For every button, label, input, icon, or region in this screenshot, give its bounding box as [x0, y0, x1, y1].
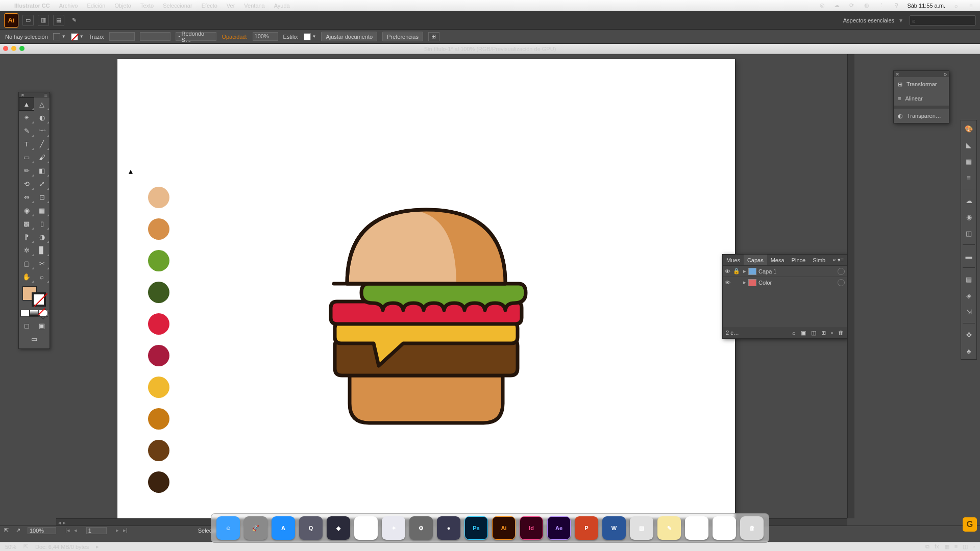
- hand-tool[interactable]: ✋: [19, 270, 34, 283]
- align-icon[interactable]: ⊞: [428, 32, 439, 41]
- style-control[interactable]: ▼: [304, 33, 316, 40]
- layer-row[interactable]: 👁 ▸ Color: [723, 277, 847, 288]
- bridge-icon[interactable]: ▭: [22, 15, 34, 26]
- panel-menu-icon[interactable]: « ▾≡: [829, 255, 847, 265]
- dock-blank[interactable]: [713, 516, 736, 540]
- appearance-panel-icon[interactable]: ◉: [964, 212, 974, 222]
- lock-toggle[interactable]: 🔒: [732, 268, 741, 274]
- dock-preview[interactable]: ▧: [630, 516, 653, 540]
- close-window-icon[interactable]: [3, 46, 8, 51]
- layer-name[interactable]: Capa 1: [758, 268, 776, 274]
- document-tab[interactable]: Sin título-1* al 100% (RGB/Previsualizac…: [0, 44, 980, 54]
- dock-aftereffects[interactable]: Ae: [547, 516, 571, 540]
- dock-wps[interactable]: W: [685, 516, 708, 540]
- eraser-tool[interactable]: ◧: [34, 164, 50, 177]
- dock-quicktime[interactable]: Q: [299, 516, 323, 540]
- link-icon[interactable]: ⧉: [925, 543, 929, 550]
- type-tool[interactable]: T: [19, 137, 34, 151]
- screen-mode[interactable]: ▣: [34, 319, 50, 332]
- symbol-sprayer-tool[interactable]: ✲: [19, 243, 34, 257]
- dock-filmora[interactable]: ◆: [327, 516, 350, 540]
- tab-muestras[interactable]: Mues: [723, 255, 744, 265]
- dock-trash[interactable]: 🗑: [740, 516, 764, 540]
- dock-settings[interactable]: ⚙: [409, 516, 433, 540]
- menu-icon[interactable]: ≡: [967, 2, 975, 9]
- rectangle-tool[interactable]: ▭: [19, 151, 34, 164]
- graphic-styles-panel-icon[interactable]: ◫: [964, 228, 974, 238]
- tab-mesa[interactable]: Mesa: [767, 255, 788, 265]
- visibility-toggle[interactable]: 👁: [723, 280, 732, 286]
- share-icon[interactable]: ↗: [16, 527, 20, 534]
- dock-launchpad[interactable]: 🚀: [244, 516, 267, 540]
- zoom-tool[interactable]: ⌕: [34, 270, 50, 283]
- burger-illustration[interactable]: [322, 207, 531, 427]
- expand-icon[interactable]: ⇱: [23, 543, 28, 550]
- graph-tool[interactable]: ▊: [34, 243, 50, 257]
- slice-tool[interactable]: ✂: [34, 257, 50, 270]
- stroke-panel-icon[interactable]: ≡: [964, 172, 974, 183]
- dock-finder[interactable]: ☺: [216, 516, 240, 540]
- delete-layer-icon[interactable]: 🗑: [838, 330, 844, 336]
- workspace-switcher[interactable]: Aspectos esenciales: [839, 16, 904, 25]
- menu-ventana[interactable]: Ventana: [244, 3, 264, 9]
- dock-indesign[interactable]: Id: [520, 516, 543, 540]
- brush-dropdown[interactable]: • Redondo S…: [176, 32, 216, 41]
- expand-toggle[interactable]: ▸: [741, 268, 748, 274]
- artboard-tool[interactable]: ▢: [19, 257, 34, 270]
- opacity-label[interactable]: Opacidad:: [222, 34, 247, 40]
- search-input[interactable]: ⌕: [910, 15, 976, 26]
- clock[interactable]: Sáb 11:55 a.m.: [907, 3, 945, 9]
- selection-tool[interactable]: ▲: [19, 97, 34, 111]
- palette-dot[interactable]: [148, 187, 169, 208]
- stroke-profile-dropdown[interactable]: [140, 32, 170, 41]
- visibility-toggle[interactable]: 👁: [723, 268, 732, 274]
- panel-header[interactable]: ×»: [894, 71, 949, 77]
- minimize-window-icon[interactable]: [11, 46, 16, 51]
- flyout-icon[interactable]: ▸: [96, 543, 99, 550]
- dock-appstore[interactable]: A: [272, 516, 295, 540]
- wifi-icon[interactable]: ⚲: [892, 2, 900, 9]
- transform-panel-button[interactable]: ⊞Transformar: [894, 77, 949, 91]
- vertical-scrollbar[interactable]: [847, 54, 854, 518]
- gradient-tool[interactable]: ▯: [34, 217, 50, 230]
- layer-target[interactable]: [838, 268, 845, 275]
- asset-export-panel-icon[interactable]: ⇲: [964, 307, 974, 317]
- panel-grip[interactable]: ×≡: [19, 92, 50, 97]
- menu-archivo[interactable]: Archivo: [59, 3, 78, 9]
- export-icon[interactable]: ⇱: [4, 527, 9, 534]
- links-panel-icon[interactable]: ♣: [964, 346, 974, 356]
- draw-mode[interactable]: ◻: [19, 319, 34, 332]
- layer-row[interactable]: 👁🔒 ▸ Capa 1: [723, 266, 847, 277]
- perspective-tool[interactable]: ▦: [34, 204, 50, 217]
- magic-wand-tool[interactable]: ✴: [19, 111, 34, 124]
- shape-builder-tool[interactable]: ◉: [19, 204, 34, 217]
- new-layer-icon[interactable]: ▫: [831, 330, 833, 336]
- artboard-nav[interactable]: ▸▸|: [114, 527, 130, 534]
- palette-dot[interactable]: [148, 377, 169, 398]
- scale-tool[interactable]: ⤢: [34, 177, 50, 190]
- dock-photoshop[interactable]: Ps: [464, 516, 488, 540]
- paintbrush-tool[interactable]: 🖌: [34, 151, 50, 164]
- layers-panel-icon[interactable]: ▤: [964, 274, 974, 284]
- tab-capas[interactable]: Capas: [744, 255, 767, 265]
- transparency-panel-button[interactable]: ◐Transparen…: [894, 109, 949, 123]
- dock-powerpoint[interactable]: P: [575, 516, 598, 540]
- app-name[interactable]: Illustrator CC: [14, 3, 50, 9]
- width-tool[interactable]: ⇔: [19, 190, 34, 204]
- preferences-button[interactable]: Preferencias: [382, 32, 423, 41]
- arrange-icon[interactable]: ▥: [38, 15, 49, 26]
- dock-c4d[interactable]: ●: [437, 516, 460, 540]
- locate-icon[interactable]: ⌕: [792, 330, 796, 336]
- menu-texto[interactable]: Texto: [140, 3, 154, 9]
- palette-dot[interactable]: [148, 250, 169, 271]
- free-transform-tool[interactable]: ⊡: [34, 190, 50, 204]
- collect-icon[interactable]: ▣: [801, 330, 806, 336]
- palette-dot[interactable]: [148, 345, 169, 366]
- swatches-panel-icon[interactable]: ▦: [964, 156, 974, 166]
- color-mode[interactable]: [19, 310, 50, 317]
- gpu-icon[interactable]: ✎: [68, 15, 80, 26]
- more-icon[interactable]: ▫: [973, 543, 975, 550]
- menu-ver[interactable]: Ver: [227, 3, 235, 9]
- curvature-tool[interactable]: 〰: [34, 124, 50, 137]
- rotate-tool[interactable]: ⟲: [19, 177, 34, 190]
